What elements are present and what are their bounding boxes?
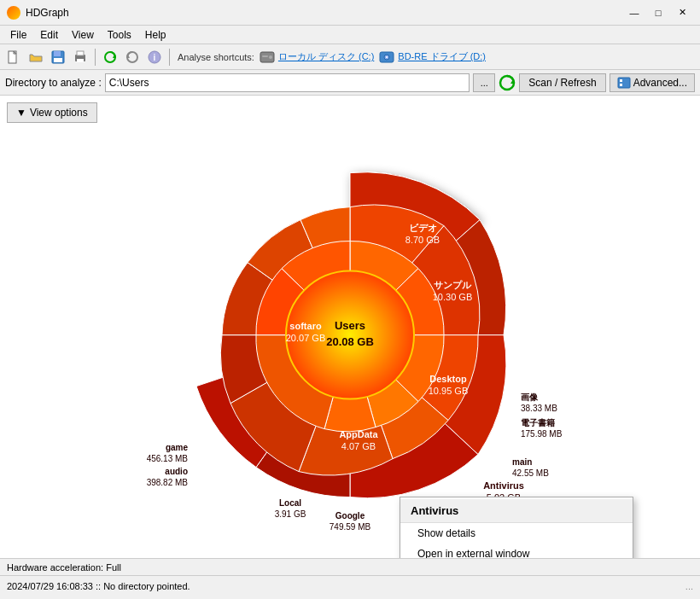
svg-text:20.08 GB: 20.08 GB: [326, 335, 374, 348]
status-dots: ...: [685, 581, 693, 591]
chart-area: Users 20.08 GB ビデオ 8.70 GB サンプル 10.30 GB…: [0, 96, 700, 558]
svg-text:38.33 MB: 38.33 MB: [521, 404, 557, 413]
svg-text:Local: Local: [279, 498, 301, 508]
svg-text:8.70 GB: 8.70 GB: [405, 235, 440, 245]
menu-help[interactable]: Help: [138, 27, 173, 43]
browse-button[interactable]: ...: [473, 73, 495, 92]
svg-rect-6: [77, 59, 84, 62]
hw-accel-bar: Hardware acceleration: Full: [0, 558, 700, 575]
context-open-external[interactable]: Open in external window: [400, 544, 633, 558]
view-options-button[interactable]: ▼ View options: [7, 102, 97, 123]
shortcut-hdd-label[interactable]: ローカル ディスク (C:): [278, 50, 374, 63]
svg-text:10.30 GB: 10.30 GB: [433, 292, 472, 302]
app-title: HDGraph: [26, 7, 623, 19]
svg-text:game: game: [166, 443, 189, 452]
svg-text:398.82 MB: 398.82 MB: [147, 478, 189, 487]
scan-button[interactable]: Scan / Refresh: [519, 73, 605, 92]
menu-view[interactable]: View: [65, 27, 101, 43]
svg-text:画像: 画像: [521, 393, 539, 402]
svg-text:10.95 GB: 10.95 GB: [429, 386, 468, 396]
shortcuts-label: Analyse shortcuts:: [178, 52, 254, 62]
status-text: 2024/07/29 16:08:33 :: No directory poin…: [7, 581, 190, 591]
donut-chart[interactable]: Users 20.08 GB ビデオ 8.70 GB サンプル 10.30 GB…: [111, 131, 589, 540]
svg-rect-15: [262, 55, 268, 57]
svg-text:3.91 GB: 3.91 GB: [275, 509, 306, 519]
context-menu-title: Antivirus: [400, 499, 633, 523]
context-menu: Antivirus Show details Open in external …: [400, 497, 633, 558]
svg-text:Antivirus: Antivirus: [483, 480, 524, 491]
app-icon: [7, 6, 20, 20]
maximize-button[interactable]: □: [647, 4, 669, 21]
refresh-gray-button[interactable]: [122, 47, 143, 67]
view-options-label: View options: [30, 107, 88, 119]
status-bar: 2024/07/29 16:08:33 :: No directory poin…: [0, 575, 700, 596]
menu-bar: File Edit View Tools Help: [0, 26, 700, 44]
view-options-icon: ▼: [16, 107, 26, 119]
svg-text:456.13 MB: 456.13 MB: [147, 454, 189, 463]
title-bar: HDGraph — □ ✕: [0, 0, 700, 26]
svg-point-14: [269, 55, 272, 59]
svg-text:softaro: softaro: [289, 321, 322, 331]
open-button[interactable]: [26, 47, 46, 67]
advanced-label: Advanced...: [633, 77, 687, 89]
svg-text:ビデオ: ビデオ: [409, 223, 437, 233]
print-button[interactable]: [70, 47, 90, 67]
svg-text:main: main: [512, 457, 532, 467]
svg-rect-3: [54, 58, 62, 62]
svg-rect-2: [54, 51, 61, 56]
address-label: Directory to analyze :: [5, 77, 102, 89]
svg-text:20.07 GB: 20.07 GB: [286, 333, 325, 343]
advanced-button[interactable]: Advanced...: [610, 73, 695, 92]
svg-text:サンプル: サンプル: [434, 280, 472, 290]
svg-point-18: [386, 56, 388, 58]
svg-text:42.55 MB: 42.55 MB: [512, 468, 549, 478]
toolbar-separator-1: [95, 49, 96, 66]
svg-text:749.59 MB: 749.59 MB: [330, 522, 371, 532]
svg-text:Desktop: Desktop: [429, 374, 467, 384]
window-controls: — □ ✕: [623, 4, 693, 21]
menu-edit[interactable]: Edit: [33, 27, 65, 43]
svg-rect-22: [620, 79, 622, 82]
close-button[interactable]: ✕: [671, 4, 693, 21]
menu-file[interactable]: File: [3, 27, 33, 43]
svg-text:Users: Users: [335, 319, 365, 332]
svg-text:audio: audio: [165, 467, 188, 476]
toolbar: i Analyse shortcuts: ローカル ディスク (C:) BD-R…: [0, 44, 700, 70]
toolbar-separator-2: [169, 49, 170, 66]
address-bar: Directory to analyze : ... Scan / Refres…: [0, 70, 700, 96]
refresh-green-button[interactable]: [100, 47, 120, 67]
svg-rect-21: [618, 78, 630, 88]
save-button[interactable]: [48, 47, 68, 67]
svg-text:4.07 GB: 4.07 GB: [341, 441, 376, 451]
context-show-details[interactable]: Show details: [400, 523, 633, 544]
hw-accel-text: Hardware acceleration: Full: [7, 562, 121, 573]
svg-rect-23: [620, 84, 622, 86]
svg-text:i: i: [154, 53, 156, 62]
shortcut-disc[interactable]: BD-RE ドライブ (D:): [379, 50, 486, 63]
address-input[interactable]: [105, 73, 470, 92]
info-button[interactable]: i: [144, 47, 165, 67]
svg-text:175.98 MB: 175.98 MB: [521, 429, 563, 439]
new-button[interactable]: [3, 47, 24, 67]
svg-rect-5: [77, 51, 84, 55]
minimize-button[interactable]: —: [623, 4, 645, 21]
shortcut-hdd[interactable]: ローカル ディスク (C:): [260, 50, 374, 63]
shortcut-disc-label[interactable]: BD-RE ドライブ (D:): [398, 50, 486, 63]
svg-text:電子書籍: 電子書籍: [521, 418, 555, 427]
scan-group: Scan / Refresh: [499, 73, 605, 92]
svg-text:AppData: AppData: [339, 429, 378, 439]
menu-tools[interactable]: Tools: [101, 27, 138, 43]
advanced-icon: [617, 77, 631, 89]
svg-text:Google: Google: [335, 511, 365, 520]
main-content: ▼ View options: [0, 96, 700, 558]
refresh-icon: [499, 74, 516, 91]
